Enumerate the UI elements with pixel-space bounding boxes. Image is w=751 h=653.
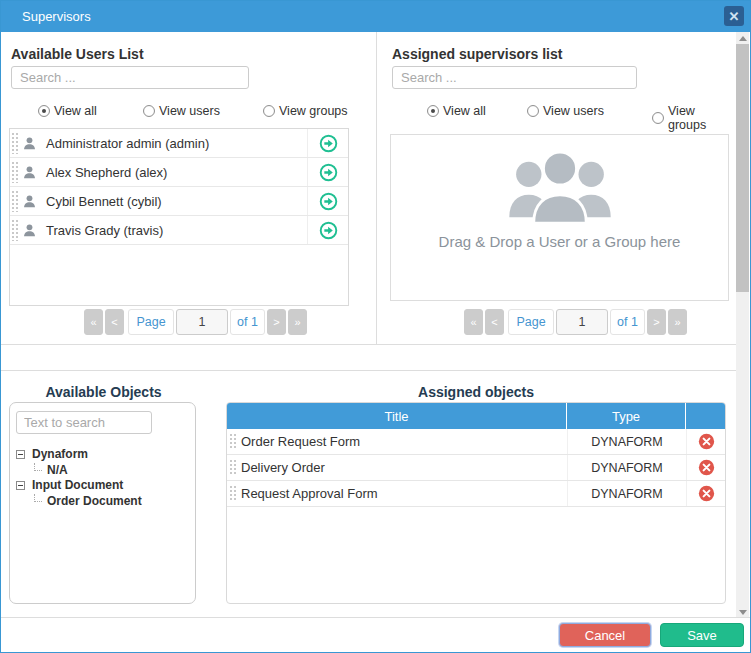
assign-user-button[interactable]: [307, 158, 348, 186]
available-users-pagination: « < Page of 1 > »: [84, 309, 309, 335]
object-type: DYNAFORM: [567, 481, 686, 506]
drag-handle[interactable]: [11, 190, 18, 212]
save-button[interactable]: Save: [660, 623, 744, 647]
assigned-supervisors-filters: View all View users View groups: [377, 104, 736, 120]
object-title: Delivery Order: [241, 460, 325, 475]
assign-user-button[interactable]: [307, 129, 348, 157]
scrollbar-thumb[interactable]: [736, 44, 749, 292]
next-page-button[interactable]: >: [647, 309, 666, 335]
radio-icon[interactable]: [427, 105, 439, 117]
radio-icon[interactable]: [143, 105, 155, 117]
supervisors-dropzone[interactable]: Drag & Drop a User or a Group here: [390, 134, 729, 301]
radio-icon[interactable]: [263, 105, 275, 117]
delete-icon[interactable]: [698, 485, 715, 502]
group-icon: [501, 149, 619, 227]
first-page-button[interactable]: «: [84, 309, 103, 335]
drag-handle[interactable]: [11, 132, 18, 154]
assigned-supervisors-search-input[interactable]: [392, 66, 637, 89]
table-row[interactable]: Delivery Order DYNAFORM: [227, 455, 725, 481]
assigned-supervisors-panel: Assigned supervisors list View all View …: [376, 32, 736, 344]
add-arrow-icon[interactable]: [319, 221, 338, 240]
page-of-label: of 1: [610, 309, 645, 335]
assigned-supervisors-heading: Assigned supervisors list: [392, 46, 562, 62]
object-type: DYNAFORM: [567, 429, 686, 454]
next-page-button[interactable]: >: [267, 309, 286, 335]
prev-page-button[interactable]: <: [485, 309, 504, 335]
table-header: Title Type: [227, 403, 725, 429]
tree-leaf[interactable]: Order Document: [10, 493, 195, 508]
drag-handle[interactable]: [229, 433, 236, 450]
delete-icon[interactable]: [698, 459, 715, 476]
objects-section: Available Objects Assigned objects Dynaf…: [1, 370, 736, 618]
last-page-button[interactable]: »: [668, 309, 687, 335]
objects-tree: Dynaform N/A Input Document Order Docume…: [10, 446, 195, 508]
remove-object-button[interactable]: [686, 455, 725, 480]
available-users-list: Administrator admin (admin) Alex Shepher…: [9, 128, 349, 306]
page-number-input[interactable]: [556, 309, 608, 335]
first-page-button[interactable]: «: [464, 309, 483, 335]
remove-object-button[interactable]: [686, 481, 725, 506]
user-row[interactable]: Travis Grady (travis): [10, 216, 348, 245]
object-title: Order Request Form: [241, 434, 360, 449]
radio-icon[interactable]: [527, 105, 539, 117]
column-header-action: [686, 403, 725, 429]
available-objects-heading: Available Objects: [1, 384, 206, 400]
page-number-input[interactable]: [176, 309, 228, 335]
radio-view-all[interactable]: View all: [427, 104, 486, 118]
object-title: Request Approval Form: [241, 486, 378, 501]
user-name: Travis Grady (travis): [46, 223, 307, 238]
radio-icon[interactable]: [652, 112, 664, 124]
table-row[interactable]: Request Approval Form DYNAFORM: [227, 481, 725, 507]
tree-node-input-document[interactable]: Input Document: [10, 477, 195, 493]
radio-view-users[interactable]: View users: [527, 104, 604, 118]
assigned-supervisors-pagination: « < Page of 1 > »: [464, 309, 689, 335]
assigned-objects-heading: Assigned objects: [226, 384, 726, 400]
add-arrow-icon[interactable]: [319, 192, 338, 211]
remove-object-button[interactable]: [686, 429, 725, 454]
drag-handle[interactable]: [229, 485, 236, 502]
cancel-button[interactable]: Cancel: [559, 623, 651, 647]
collapse-icon[interactable]: [16, 481, 25, 490]
close-icon[interactable]: ✕: [724, 6, 744, 26]
drag-handle[interactable]: [11, 161, 18, 183]
scroll-up-icon[interactable]: [736, 32, 749, 44]
prev-page-button[interactable]: <: [105, 309, 124, 335]
drag-handle[interactable]: [229, 459, 236, 476]
supervisors-dialog: Supervisors ✕ Available Users List View …: [0, 0, 751, 653]
add-arrow-icon[interactable]: [319, 134, 338, 153]
tree-elbow-icon: [34, 494, 42, 502]
tree-node-dynaform[interactable]: Dynaform: [10, 446, 195, 462]
collapse-icon[interactable]: [16, 450, 25, 459]
assign-user-button[interactable]: [307, 187, 348, 215]
radio-view-all[interactable]: View all: [38, 104, 97, 118]
user-row[interactable]: Alex Shepherd (alex): [10, 158, 348, 187]
user-name: Cybil Bennett (cybil): [46, 194, 307, 209]
drag-handle[interactable]: [11, 219, 18, 241]
radio-view-groups[interactable]: View groups: [652, 104, 736, 132]
column-header-title: Title: [227, 403, 567, 429]
radio-view-users[interactable]: View users: [143, 104, 220, 118]
page-label: Page: [508, 309, 554, 335]
vertical-scrollbar[interactable]: [736, 32, 749, 618]
user-icon: [22, 165, 37, 180]
page-of-label: of 1: [230, 309, 265, 335]
radio-view-groups[interactable]: View groups: [263, 104, 348, 118]
dialog-titlebar: Supervisors ✕: [1, 1, 750, 32]
user-icon: [22, 136, 37, 151]
user-name: Alex Shepherd (alex): [46, 165, 307, 180]
tree-elbow-icon: [34, 463, 42, 471]
last-page-button[interactable]: »: [288, 309, 307, 335]
available-users-search-input[interactable]: [11, 66, 249, 89]
user-icon: [22, 223, 37, 238]
assign-user-button[interactable]: [307, 216, 348, 244]
user-row[interactable]: Cybil Bennett (cybil): [10, 187, 348, 216]
tree-leaf[interactable]: N/A: [10, 462, 195, 477]
add-arrow-icon[interactable]: [319, 163, 338, 182]
available-objects-panel: Dynaform N/A Input Document Order Docume…: [9, 402, 196, 604]
objects-search-input[interactable]: [16, 411, 152, 434]
user-name: Administrator admin (admin): [46, 136, 307, 151]
table-row[interactable]: Order Request Form DYNAFORM: [227, 429, 725, 455]
delete-icon[interactable]: [698, 433, 715, 450]
user-row[interactable]: Administrator admin (admin): [10, 129, 348, 158]
radio-icon[interactable]: [38, 105, 50, 117]
